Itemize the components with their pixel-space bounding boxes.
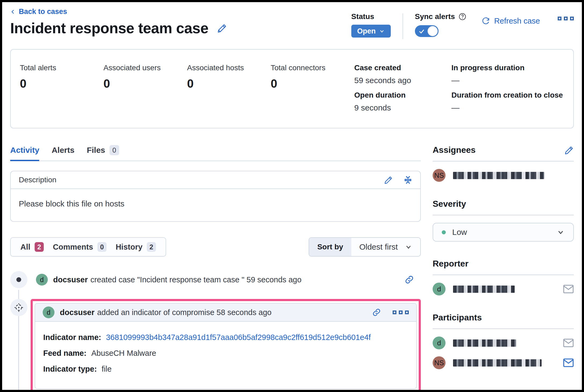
redacted-user-name — [453, 172, 544, 179]
chevron-down-icon — [379, 28, 385, 34]
copy-link-icon[interactable] — [372, 308, 381, 317]
indicator-type-field: Indicator type: file — [43, 365, 408, 373]
timeline-entry-indicator: d docsuser added an indicator of comprom… — [10, 299, 421, 392]
stat-label: Associated hosts — [187, 64, 246, 72]
avatar: d — [433, 283, 446, 295]
activity-filter-group: All 2 Comments 0 History 2 — [10, 237, 166, 257]
field-value: file — [102, 365, 112, 373]
status-dropdown-button[interactable]: Open — [351, 25, 391, 38]
creation-to-close-value: — — [451, 103, 564, 112]
case-tabs: Activity Alerts Files 0 — [10, 145, 421, 161]
copy-link-icon[interactable] — [405, 275, 414, 284]
tab-label: Alerts — [52, 146, 74, 155]
email-icon[interactable] — [563, 338, 574, 347]
redacted-user-name — [453, 286, 515, 293]
description-panel: Description Please block this file on ho… — [10, 171, 421, 222]
activity-timeline: d docsuser created case "Incident respon… — [10, 271, 421, 392]
participant-row: d — [433, 336, 574, 349]
help-icon[interactable] — [459, 13, 466, 20]
event-text: created case "Incident response team cas… — [90, 275, 301, 284]
files-count-badge: 0 — [110, 145, 119, 155]
indicator-comment-card: d docsuser added an indicator of comprom… — [35, 303, 417, 389]
tab-label: Files — [87, 146, 105, 155]
refresh-label: Refresh case — [494, 17, 540, 25]
avatar: NS — [433, 169, 446, 182]
refresh-case-button[interactable]: Refresh case — [482, 17, 540, 25]
timeline-entry-created: d docsuser created case "Incident respon… — [10, 271, 421, 288]
case-created-label: Case created — [354, 64, 451, 72]
case-dates-column: Case created 59 seconds ago Open duratio… — [354, 64, 451, 118]
sync-alerts-group: Sync alerts — [415, 12, 466, 38]
stat-value: 0 — [271, 77, 330, 90]
avatar: NS — [433, 356, 446, 369]
status-group: Status Open — [351, 12, 391, 38]
reporter-row: d — [433, 283, 574, 295]
email-icon[interactable] — [563, 358, 574, 367]
participants-section: Participants d NS — [433, 313, 574, 369]
reporter-title: Reporter — [433, 259, 468, 269]
tab-alerts[interactable]: Alerts — [52, 145, 74, 161]
edit-assignees-pencil-icon[interactable] — [565, 146, 574, 155]
chevron-down-icon — [405, 243, 412, 251]
username: docsuser — [53, 275, 88, 284]
timeline-dot-marker — [10, 271, 27, 288]
sync-alerts-toggle[interactable] — [415, 25, 439, 37]
chevron-left-icon — [10, 9, 16, 15]
participants-title: Participants — [433, 313, 482, 323]
status-value: Open — [357, 27, 376, 35]
case-stats-panel: Total alerts 0 Associated users 0 Associ… — [10, 49, 574, 128]
stat-value: 0 — [104, 77, 163, 90]
in-progress-duration-value: — — [451, 76, 564, 85]
participant-row: NS — [433, 356, 574, 369]
timeline-indicator-marker — [10, 299, 27, 316]
redacted-user-name — [453, 339, 516, 347]
indicator-name-field: Indicator name: 3681099993b4b347a28a91d1… — [43, 333, 408, 342]
sync-alerts-label: Sync alerts — [415, 12, 455, 21]
indicator-name-link[interactable]: 3681099993b4b347a28a91d1f57aaa06b5af2998… — [106, 333, 371, 342]
page-title: Incident response team case — [10, 20, 208, 37]
sort-current-value: Oldest first — [359, 242, 398, 252]
field-label: Indicator name: — [43, 333, 101, 342]
stat-value: 0 — [20, 77, 79, 90]
status-label: Status — [351, 12, 391, 21]
case-actions-more-icon[interactable] — [558, 17, 574, 20]
severity-title: Severity — [433, 199, 466, 209]
assignees-section: Assignees NS — [433, 145, 574, 182]
comments-count-badge: 0 — [97, 242, 107, 252]
avatar: d — [433, 336, 446, 349]
severity-value: Low — [452, 228, 467, 237]
field-label: Indicator type: — [43, 365, 97, 373]
avatar: d — [36, 274, 48, 286]
description-body: Please block this file on hosts — [11, 189, 420, 221]
tab-files[interactable]: Files 0 — [87, 145, 119, 161]
history-count-badge: 2 — [147, 242, 156, 252]
username: docsuser — [60, 308, 94, 317]
severity-section: Severity Low — [433, 199, 574, 242]
filter-label: Comments — [53, 243, 93, 252]
redacted-user-name — [453, 359, 542, 367]
severity-select[interactable]: Low — [433, 223, 574, 242]
stat-associated-users: Associated users 0 — [104, 64, 163, 118]
stat-label: Total connectors — [271, 64, 330, 72]
sort-select[interactable]: Sort by Oldest first — [309, 237, 421, 257]
comment-actions-more-icon[interactable] — [393, 310, 409, 314]
stat-label: Total alerts — [20, 64, 79, 72]
filter-history[interactable]: History 2 — [116, 242, 156, 252]
filter-comments[interactable]: Comments 0 — [53, 242, 107, 252]
feed-name-field: Feed name: AbuseCH Malware — [43, 349, 408, 358]
tab-activity[interactable]: Activity — [10, 145, 39, 161]
refresh-icon — [482, 17, 490, 25]
case-sidebar: Assignees NS Severity Low — [433, 145, 574, 392]
stat-total-connectors: Total connectors 0 — [271, 64, 330, 118]
back-link-label: Back to cases — [19, 8, 67, 16]
back-to-cases-link[interactable]: Back to cases — [10, 8, 67, 16]
chevron-down-icon — [557, 228, 565, 236]
filter-all[interactable]: All 2 — [20, 242, 44, 252]
open-duration-label: Open duration — [354, 91, 451, 99]
edit-title-pencil-icon[interactable] — [217, 23, 227, 33]
description-title: Description — [19, 176, 56, 184]
field-value: AbuseCH Malware — [91, 349, 156, 358]
edit-description-pencil-icon[interactable] — [384, 176, 393, 184]
collapse-description-icon[interactable] — [404, 176, 412, 184]
email-icon[interactable] — [563, 284, 574, 294]
